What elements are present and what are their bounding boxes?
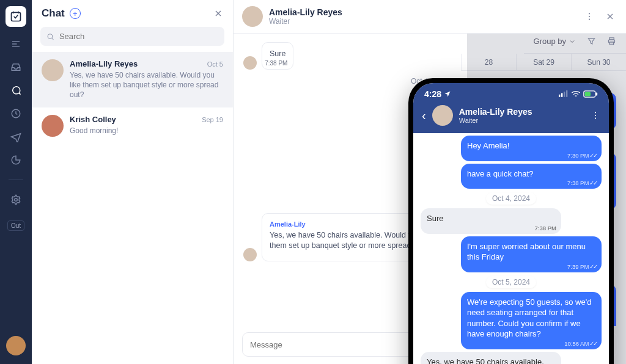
app-logo[interactable] [6,6,26,27]
message-bubble[interactable]: have a quick chat?7:38 PM [461,164,602,189]
chat-item-name: Amelia-Lily Reyes [70,59,138,68]
message-bubble[interactable]: Hey Amelia!7:30 PM [461,136,602,161]
message-timestamp: 7:38 PM [567,180,597,187]
phone-chat-role: Waiter [459,117,532,124]
phone-chat-name: Amelia-Lily Reyes [459,107,532,117]
close-chatlist-icon[interactable] [213,9,223,18]
battery-icon [583,90,598,98]
message-text: Yes, we have 50 chairs available. Would … [427,357,555,364]
more-icon[interactable] [582,9,597,24]
phone-statusbar: 4:28 [413,83,609,101]
wifi-icon [571,90,581,98]
plane-icon[interactable] [10,131,22,143]
signal-icon [559,90,569,98]
message-timestamp: 7:38 PM [535,225,556,233]
svg-rect-13 [559,95,560,97]
close-conversation-icon[interactable] [603,9,617,24]
new-chat-button[interactable]: + [70,8,81,19]
svg-point-21 [595,115,596,116]
message-text: I'm super worried about our menu this Fr… [467,241,595,263]
message-timestamp: 7:39 PM [567,263,597,271]
svg-point-10 [589,13,590,14]
svg-point-20 [595,112,596,113]
svg-point-2 [15,198,18,202]
report-icon[interactable] [10,154,22,166]
message-bubble[interactable]: Yes, we have 50 chairs available. Would … [421,352,561,364]
avatar [42,59,64,81]
message-text: We're expecting 50 guests, so we'd need … [467,297,595,340]
conversation-pane: Copy Publish (9) Create Group by 28 Sat … [234,0,626,364]
out-badge[interactable]: Out [7,220,24,231]
svg-point-11 [589,16,590,17]
chat-icon[interactable] [10,84,22,96]
phone-time: 4:28 [424,89,441,99]
back-icon[interactable]: ‹ [422,109,426,123]
chat-list-item[interactable]: Krish Colley Sep 19 Good morning! [32,107,233,144]
message-text: Hey Amelia! [467,140,595,151]
svg-point-3 [48,34,53,38]
nav-rail: Out [0,0,32,364]
message-timestamp: 10:56 AM [564,340,597,348]
chat-item-preview: Yes, we have 50 chairs available. Would … [70,70,223,100]
message-bubble[interactable]: I'm super worried about our menu this Fr… [461,236,602,272]
avatar [42,115,64,137]
clock-icon[interactable] [10,107,22,120]
message-text: have a quick chat? [467,169,595,180]
inbox-icon[interactable] [10,61,22,73]
sliders-icon[interactable] [10,38,22,50]
message-row: Sure7:38 PM [243,42,616,70]
search-input[interactable] [59,32,218,41]
avatar [243,56,257,70]
conversation-header: Amelia-Lily Reyes Waiter [234,0,626,34]
more-icon[interactable] [591,111,600,120]
conversation-name: Amelia-Lily Reyes [269,7,342,17]
phone-mockup: 4:28 ‹ Amelia-Lily Reyes Waiter Hey Amel… [408,78,614,364]
svg-rect-15 [564,92,565,97]
user-avatar[interactable] [6,336,26,355]
avatar [432,105,453,126]
location-icon [444,90,451,98]
chat-item-date: Sep 19 [202,116,223,123]
date-separator: Oct 4, 2024 [486,192,536,205]
svg-point-12 [589,19,590,20]
avatar [243,248,257,261]
svg-rect-14 [561,93,562,96]
svg-rect-18 [585,92,591,96]
svg-point-22 [595,118,596,119]
svg-rect-16 [566,90,567,97]
phone-chat-body[interactable]: Hey Amelia!7:30 PMhave a quick chat?7:38… [413,133,609,364]
search-icon [46,32,54,41]
message-bubble[interactable]: Sure7:38 PM [262,42,293,70]
message-timestamp: 7:30 PM [567,152,597,160]
chat-title: Chat [42,7,65,20]
chat-item-date: Oct 5 [207,60,223,68]
message-text: Sure [427,213,555,224]
phone-chat-header: ‹ Amelia-Lily Reyes Waiter [413,101,609,133]
svg-rect-19 [596,92,598,95]
chat-item-preview: Good morning! [70,126,223,136]
chat-list-item[interactable]: Amelia-Lily Reyes Oct 5 Yes, we have 50 … [32,52,233,107]
message-bubble[interactable]: Sure7:38 PM [421,208,561,234]
chat-item-name: Krish Colley [70,115,116,124]
search-box[interactable] [40,27,224,46]
conversation-role: Waiter [269,17,342,26]
avatar [242,6,263,27]
date-separator: Oct 5, 2024 [486,276,536,288]
settings-icon[interactable] [10,194,22,206]
message-bubble[interactable]: We're expecting 50 guests, so we'd need … [461,292,602,349]
chat-list-pane: Chat + Amelia-Lily Reyes Oct 5 Yes, we h… [32,0,234,364]
message-text: Sure [270,49,285,59]
message-timestamp: 7:38 PM [265,59,287,68]
